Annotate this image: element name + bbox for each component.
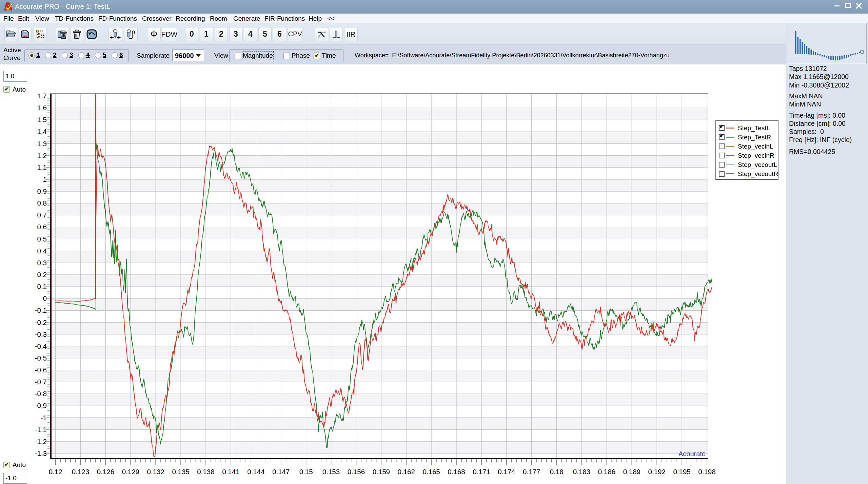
svg-text:0.162: 0.162 [398, 468, 415, 476]
svg-text:0.186: 0.186 [598, 468, 615, 476]
svg-text:1.6: 1.6 [37, 104, 47, 112]
svg-text:0.198: 0.198 [698, 468, 715, 476]
svg-text:-0.4: -0.4 [35, 342, 47, 350]
svg-text:1.3: 1.3 [37, 140, 47, 148]
svg-text:-1.1: -1.1 [35, 426, 47, 433]
svg-text:0: 0 [43, 294, 47, 302]
svg-text:0.2: 0.2 [37, 271, 47, 278]
svg-text:0.9: 0.9 [37, 187, 47, 195]
svg-text:0.168: 0.168 [448, 468, 465, 476]
svg-text:0.189: 0.189 [623, 468, 640, 476]
svg-text:0.135: 0.135 [172, 468, 189, 476]
svg-text:0.4: 0.4 [37, 247, 47, 255]
svg-text:0.15: 0.15 [299, 468, 313, 476]
svg-text:0.192: 0.192 [648, 468, 666, 476]
svg-text:0.174: 0.174 [498, 468, 515, 476]
svg-text:0.8: 0.8 [37, 199, 47, 207]
svg-text:0.195: 0.195 [673, 468, 690, 476]
svg-text:0.138: 0.138 [197, 468, 214, 476]
svg-text:-0.3: -0.3 [35, 330, 47, 338]
svg-text:0.144: 0.144 [247, 468, 264, 476]
svg-text:1.7: 1.7 [37, 92, 47, 100]
svg-text:0.177: 0.177 [523, 468, 540, 476]
svg-text:0.6: 0.6 [37, 223, 47, 231]
svg-text:1.4: 1.4 [37, 128, 47, 135]
svg-text:0.12: 0.12 [49, 468, 62, 476]
svg-text:-1.2: -1.2 [35, 438, 47, 445]
svg-text:-0.9: -0.9 [35, 402, 47, 409]
svg-text:0.147: 0.147 [272, 468, 290, 476]
svg-text:-0.1: -0.1 [35, 306, 47, 314]
svg-text:0.1: 0.1 [37, 283, 47, 290]
svg-text:0.141: 0.141 [222, 468, 239, 476]
svg-text:1.5: 1.5 [37, 116, 47, 123]
svg-text:-1.3: -1.3 [35, 449, 47, 457]
svg-text:1: 1 [43, 175, 47, 183]
svg-text:-0.5: -0.5 [35, 354, 47, 362]
svg-text:0.171: 0.171 [473, 468, 490, 476]
svg-text:Acourate: Acourate [678, 450, 706, 458]
svg-text:1.1: 1.1 [37, 163, 47, 171]
svg-text:0.153: 0.153 [322, 468, 340, 476]
svg-text:0.129: 0.129 [122, 468, 139, 476]
svg-text:0.123: 0.123 [72, 468, 89, 476]
svg-text:-0.2: -0.2 [35, 318, 47, 326]
svg-text:0.3: 0.3 [37, 259, 47, 267]
svg-text:1.2: 1.2 [37, 152, 47, 159]
svg-text:-1: -1 [41, 414, 47, 422]
svg-text:0.132: 0.132 [147, 468, 164, 476]
svg-text:-0.6: -0.6 [35, 366, 47, 374]
svg-text:-0.8: -0.8 [35, 390, 47, 398]
svg-text:0.5: 0.5 [37, 235, 47, 243]
svg-text:0.156: 0.156 [348, 468, 365, 476]
svg-text:0.183: 0.183 [573, 468, 590, 476]
svg-text:0.126: 0.126 [97, 468, 114, 476]
svg-text:0.159: 0.159 [373, 468, 390, 476]
svg-text:0.18: 0.18 [550, 468, 564, 476]
svg-text:-0.7: -0.7 [35, 378, 47, 386]
svg-text:0.165: 0.165 [422, 468, 440, 476]
svg-text:0.7: 0.7 [37, 211, 47, 219]
